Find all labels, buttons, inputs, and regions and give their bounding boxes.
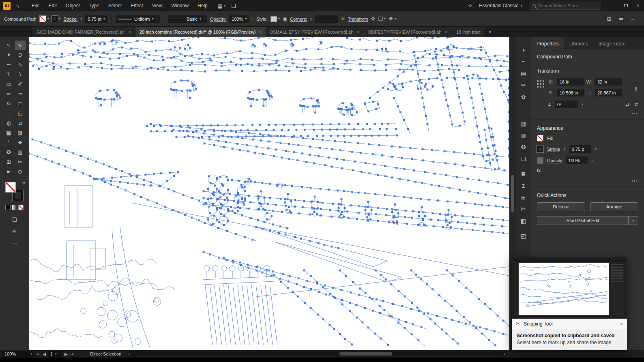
width-tool[interactable]: ↔ — [4, 109, 14, 118]
flip-horizontal-icon[interactable]: ⇄ — [625, 102, 629, 107]
toolbar-more-icon[interactable]: ⋯ — [12, 240, 17, 246]
isolate-selected-icon[interactable]: ✥ — [371, 16, 375, 22]
shape-modes-dropdown[interactable]: ❒▾ — [378, 16, 386, 22]
menu-window[interactable]: Window — [167, 0, 193, 11]
scale-tool[interactable]: ◳ — [15, 99, 26, 108]
zoom-level-dropdown[interactable]: 100%▾ — [2, 351, 34, 357]
menu-type[interactable]: Type — [84, 0, 104, 11]
artboards-panel-icon[interactable]: ⊞ — [516, 191, 531, 203]
selection-tool[interactable]: ↖ — [4, 41, 14, 50]
restore-button[interactable] — [620, 0, 632, 11]
tab-properties[interactable]: Properties — [531, 37, 564, 49]
shape-builder-tool[interactable]: ◍ — [4, 118, 14, 128]
rotation-field[interactable]: 0° — [555, 101, 578, 108]
mesh-tool[interactable]: ▦ — [4, 128, 14, 137]
h-field[interactable]: 20.867 in — [595, 89, 622, 96]
last-artboard-icon[interactable]: ⇥ — [70, 352, 73, 356]
fill-indicator-none[interactable] — [5, 182, 16, 193]
idea-icon[interactable]: ✧ — [468, 2, 473, 9]
panel-menu-icon[interactable]: ≡ — [631, 16, 634, 22]
symbol-sprayer-tool[interactable]: ✪ — [4, 148, 14, 157]
opacity-panel-arrow[interactable]: › — [591, 158, 593, 163]
free-transform-tool[interactable]: ◱ — [15, 109, 26, 118]
gradient-tool[interactable]: ▨ — [15, 128, 26, 137]
menu-object[interactable]: Object — [61, 0, 84, 11]
stroke-swatch[interactable] — [537, 146, 543, 152]
horizontal-scrollbar[interactable]: ◂ ▸ — [127, 351, 507, 356]
corners-stepper[interactable]: ▲▼ — [310, 17, 312, 21]
perspective-grid-tool[interactable]: ⊿ — [15, 118, 26, 128]
corners-field[interactable] — [315, 15, 338, 23]
pencil-tool[interactable]: ✏ — [4, 89, 14, 99]
stroke-weight-stepper[interactable]: ▲▼ — [564, 147, 566, 151]
stroke-link[interactable]: Stroke — [547, 147, 560, 152]
fill-stroke-indicator[interactable]: ⇄ — [5, 182, 24, 201]
vertical-scrollbar-thumb[interactable] — [511, 175, 514, 212]
recolor-artwork-icon[interactable]: ◉ — [283, 16, 287, 22]
magic-wand-tool[interactable]: ✦ — [4, 50, 14, 60]
swap-fill-stroke-icon[interactable]: ⇄ — [22, 181, 26, 185]
minimize-button[interactable] — [608, 0, 620, 11]
rotation-caret-icon[interactable]: ▾ — [582, 103, 583, 106]
start-global-edit-button[interactable]: Start Global Edit — [537, 216, 629, 225]
color-panel-icon[interactable]: ◑ — [516, 44, 531, 56]
graphic-styles-panel-icon[interactable]: ❏ — [516, 153, 531, 165]
change-screen-mode-icon[interactable]: ⊞ — [12, 228, 17, 234]
document-tab[interactable]: 20 inch combine [Recovered].dxf* @ 100% … — [135, 27, 266, 37]
eraser-tool[interactable]: ▱ — [15, 89, 26, 99]
tab-libraries[interactable]: Libraries — [564, 37, 593, 49]
tab-close-icon[interactable]: × — [259, 29, 262, 35]
snipping-tool-notification[interactable]: ✂ Snipping Tool ⋯ × Screenshot copied to… — [512, 257, 627, 350]
slice-tool[interactable]: ✂ — [15, 157, 26, 167]
screenshot-thumbnail[interactable] — [512, 257, 627, 319]
menu-edit[interactable]: Edit — [44, 0, 61, 11]
notification-more-icon[interactable]: ⋯ — [612, 321, 617, 327]
opacity-field[interactable]: 100%▾ — [229, 15, 249, 23]
artboard-tool[interactable]: ⊞ — [4, 157, 14, 167]
stroke-link[interactable]: Stroke: — [64, 17, 78, 21]
tab-close-icon[interactable]: × — [357, 29, 360, 35]
document-tab[interactable]: 18 inch tract — [452, 27, 485, 37]
scroll-right-icon[interactable]: ▸ — [504, 352, 506, 356]
corners-link[interactable]: Corners: — [290, 17, 307, 21]
search-input[interactable] — [538, 3, 595, 8]
home-icon[interactable]: ⌂ — [15, 2, 19, 9]
global-edit-caret-icon[interactable]: ▾ — [629, 216, 638, 225]
eyedropper-tool[interactable]: ❜ — [4, 138, 14, 147]
lasso-tool[interactable]: Ͽ — [15, 50, 26, 60]
document-setup-icon[interactable]: ≔ — [618, 16, 624, 22]
width-profile-dropdown[interactable]: Uniform▾ — [116, 15, 160, 23]
transform-more-options[interactable]: ••• — [531, 111, 644, 118]
paintbrush-tool[interactable]: ✐ — [15, 79, 26, 89]
tab-close-icon[interactable]: × — [128, 29, 131, 35]
appearance-more-options[interactable]: ••• — [531, 179, 644, 185]
menu-file[interactable]: File — [27, 0, 44, 11]
transparency-panel-icon[interactable]: ◍ — [516, 129, 531, 141]
next-artboard-icon[interactable]: ▶ — [64, 352, 68, 356]
hand-tool[interactable]: ☛ — [4, 167, 14, 176]
fill-swatch-none[interactable] — [537, 135, 543, 141]
gradient-mode-button[interactable] — [12, 205, 17, 210]
close-button[interactable]: × — [632, 0, 644, 11]
stroke-weight-field[interactable]: 0.75 p — [569, 145, 591, 153]
reference-point-selector[interactable] — [537, 80, 545, 100]
brush-dropdown[interactable]: Basic▾ — [168, 15, 207, 23]
direct-selection-tool[interactable]: ⇖ — [15, 41, 26, 50]
horizontal-scrollbar-thumb[interactable] — [339, 352, 392, 356]
y-field[interactable]: 10.508 in — [557, 89, 584, 96]
fx-label[interactable]: fx. — [537, 168, 542, 173]
type-tool[interactable]: T — [4, 70, 14, 79]
stroke-panel-icon[interactable]: ≡ — [516, 106, 531, 118]
layers-panel-icon[interactable]: ≣ — [516, 168, 531, 180]
rotate-tool[interactable]: ↻ — [4, 99, 14, 108]
previous-artboard-icon[interactable]: ◀ — [43, 352, 46, 356]
color-guide-panel-icon[interactable]: ◓ — [516, 56, 531, 67]
document-tab[interactable]: 0SMALL ETSY PREVIEW [Recovered].ai*× — [266, 27, 364, 37]
transform-panel-icon[interactable]: ◰ — [516, 230, 531, 242]
first-artboard-icon[interactable]: ⇤ — [37, 352, 40, 356]
blend-tool[interactable]: ❖ — [15, 138, 26, 147]
scroll-left-icon[interactable]: ◂ — [128, 352, 129, 356]
flip-vertical-icon[interactable]: ⇵ — [634, 102, 638, 107]
constrain-proportions-icon[interactable]: ∞ — [633, 87, 640, 90]
canvas-area[interactable] — [29, 37, 509, 350]
